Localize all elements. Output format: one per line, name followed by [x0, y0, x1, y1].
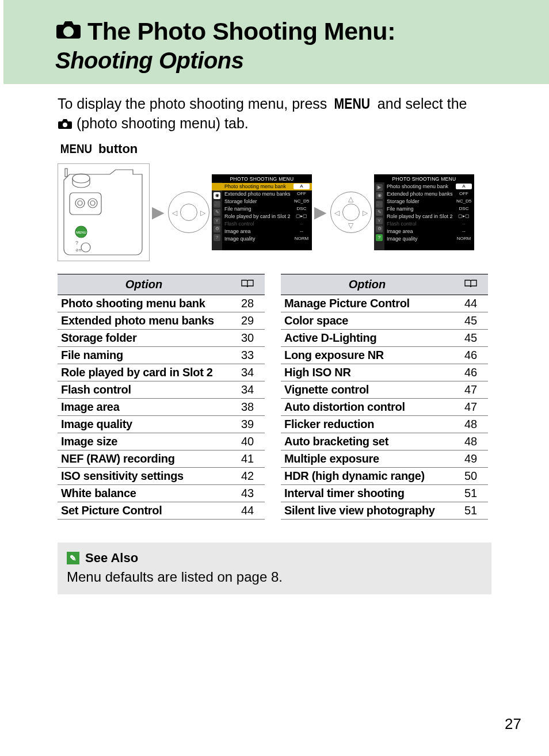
arrow-icon: ▶ [314, 203, 327, 222]
table-header-option: Option [58, 274, 230, 295]
svg-text:?: ? [75, 240, 78, 246]
svg-text:MENU: MENU [76, 231, 86, 234]
option-name: Manage Picture Control [281, 295, 453, 312]
lcd-row-value: A [456, 184, 472, 189]
camera-back-illustration: MENU ? ⊘π [58, 163, 150, 261]
table-row: Multiple exposure49 [281, 450, 488, 467]
option-name: Silent live view photography [281, 502, 453, 519]
table-row: Storage folder30 [58, 329, 265, 346]
lcd-row-value: ▢▸▢ [293, 213, 310, 219]
lcd-row-value: ▢▸▢ [456, 213, 472, 219]
lcd-row: Photo shooting menu bankA [212, 183, 312, 190]
diagram-row: MENU ? ⊘π ▶ ◁ ▷ ▶◉🎥✎Y⚙? PHOTO SHOOTING M… [58, 161, 491, 264]
svg-rect-2 [65, 169, 67, 177]
option-page: 42 [230, 467, 265, 484]
table-row: Active D-Lighting45 [281, 329, 488, 346]
option-page: 51 [453, 502, 488, 519]
lcd-row-label: File naming [387, 206, 456, 212]
lcd-row-value: NORM [293, 236, 310, 242]
header-title-1-text: The Photo Shooting Menu: [87, 17, 395, 45]
menu-glyph: MENU [60, 142, 92, 156]
lcd-row-label: Extended photo menu banks [387, 191, 456, 197]
header-title-line-1: The Photo Shooting Menu: [55, 17, 549, 45]
lcd-row-label: Photo shooting menu bank [387, 184, 456, 189]
header-title-line-2: Shooting Options [55, 48, 549, 74]
options-tables: Option Photo shooting menu bank28Extende… [58, 274, 491, 520]
svg-point-0 [65, 28, 72, 35]
option-page: 30 [230, 329, 265, 346]
svg-point-1 [63, 123, 67, 127]
lcd-row-label: Role played by card in Slot 2 [387, 213, 456, 219]
table-row: Silent live view photography51 [281, 502, 488, 519]
see-also-box: ✎ See Also Menu defaults are listed on p… [58, 543, 491, 594]
option-page: 46 [453, 346, 488, 364]
lcd-row-label: Image quality [387, 236, 456, 242]
option-name: Auto distortion control [281, 398, 453, 415]
multi-selector-illustration: △ ▽ ◁ ▷ [330, 192, 372, 233]
lcd-row-value: NC_D5 [456, 198, 472, 204]
lcd-row-value: A [293, 184, 310, 189]
table-row: HDR (high dynamic range)50 [281, 467, 488, 484]
option-page: 40 [230, 433, 265, 450]
option-page: 51 [453, 484, 488, 502]
lcd-row: Extended photo menu banksOFF [212, 190, 312, 198]
option-page: 48 [453, 433, 488, 450]
lcd-row-value: NORM [456, 236, 472, 242]
intro-paragraph: To display the photo shooting menu, pres… [58, 94, 491, 133]
lcd-title: PHOTO SHOOTING MENU [212, 174, 312, 183]
table-row: Color space45 [281, 312, 488, 329]
table-row: Auto bracketing set48 [281, 433, 488, 450]
lcd-row: Image qualityNORM [374, 235, 474, 243]
lcd-row-value: -- [293, 221, 310, 227]
lcd-row: Flash control-- [374, 220, 474, 228]
option-page: 28 [230, 295, 265, 312]
option-name: Set Picture Control [58, 502, 230, 519]
page-content: To display the photo shooting menu, pres… [0, 84, 549, 594]
lcd-row: Image area-- [374, 228, 474, 235]
lcd-row-label: Image quality [224, 236, 293, 242]
arrow-icon: ▶ [152, 203, 165, 222]
lcd-row: Flash control-- [212, 220, 312, 228]
option-page: 34 [230, 364, 265, 381]
intro-text-1: To display the photo shooting menu, pres… [58, 96, 331, 112]
menu-button-label: MENU button [58, 142, 491, 156]
lcd-row-value: -- [456, 228, 472, 234]
option-name: Image area [58, 398, 230, 415]
option-name: Color space [281, 312, 453, 329]
table-row: Vignette control47 [281, 381, 488, 398]
option-name: High ISO NR [281, 364, 453, 381]
option-name: Interval timer shooting [281, 484, 453, 502]
table-header-page-icon [453, 274, 488, 295]
lcd-row: Image qualityNORM [212, 235, 312, 243]
table-row: Photo shooting menu bank28 [58, 295, 265, 312]
option-page: 50 [453, 467, 488, 484]
table-row: High ISO NR46 [281, 364, 488, 381]
lcd-row-value: DSC [293, 206, 310, 212]
lcd-row-label: Image area [387, 228, 456, 234]
lcd-row-label: Flash control [224, 221, 293, 227]
lcd-row-label: Storage folder [224, 198, 293, 204]
option-page: 41 [230, 450, 265, 467]
page-header: The Photo Shooting Menu: Shooting Option… [3, 0, 549, 84]
option-name: Active D-Lighting [281, 329, 453, 346]
lcd-row-value: -- [456, 221, 472, 227]
option-name: Flash control [58, 381, 230, 398]
option-page: 47 [453, 398, 488, 415]
camera-icon [58, 115, 77, 131]
option-name: ISO sensitivity settings [58, 467, 230, 484]
table-row: Image area38 [58, 398, 265, 415]
option-name: Auto bracketing set [281, 433, 453, 450]
option-page: 33 [230, 346, 265, 364]
options-table-right: Option Manage Picture Control44Color spa… [281, 274, 488, 520]
table-row: Interval timer shooting51 [281, 484, 488, 502]
option-page: 34 [230, 381, 265, 398]
option-page: 39 [230, 415, 265, 433]
table-row: Set Picture Control44 [58, 502, 265, 519]
table-row: Manage Picture Control44 [281, 295, 488, 312]
table-row: Image quality39 [58, 415, 265, 433]
option-name: Flicker reduction [281, 415, 453, 433]
table-row: ISO sensitivity settings42 [58, 467, 265, 484]
lcd-row-label: Extended photo menu banks [224, 191, 293, 197]
lcd-row-value: DSC [456, 206, 472, 212]
lcd-row-value: OFF [293, 191, 310, 197]
